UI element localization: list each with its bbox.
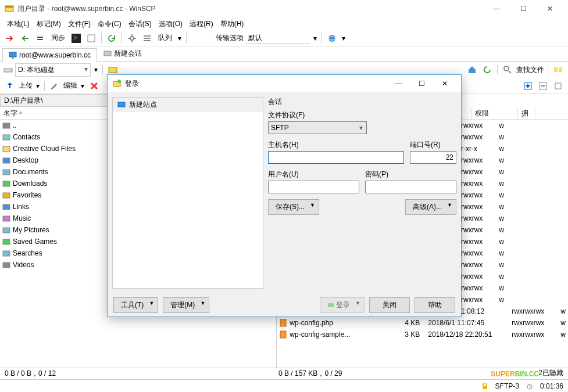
tools-button[interactable]: 工具(T) [113,297,158,313]
queue-icon[interactable] [141,32,153,45]
svg-rect-11 [9,52,16,57]
find-icon[interactable] [501,63,514,76]
svg-point-42 [117,80,121,83]
svg-rect-32 [3,228,10,233]
folder-icon [2,203,10,211]
menu-local[interactable]: 本地(L) [5,18,32,30]
svg-point-15 [10,70,11,71]
monitor-icon [9,51,17,59]
session-group-label: 会话 [268,97,456,107]
svg-rect-35 [3,262,10,268]
svg-rect-12 [12,57,14,59]
plus-icon[interactable] [521,80,534,92]
port-input[interactable] [410,151,456,164]
new-site-item[interactable]: 新建站点 [113,98,263,112]
dialog-minimize[interactable]: — [387,75,410,92]
close-button[interactable]: ✕ [537,0,563,17]
upload-icon[interactable] [3,80,16,92]
svg-rect-4 [88,35,95,42]
refresh-remote-icon[interactable] [481,63,494,76]
menu-mark[interactable]: 标记(M) [34,18,63,30]
sync-both-icon[interactable] [34,32,47,45]
lock-icon [481,383,488,390]
maximize-button[interactable]: ☐ [510,0,537,17]
svg-point-5 [130,37,134,40]
minimize-button[interactable]: — [483,0,510,17]
pass-label: 密码(P) [365,170,456,179]
close-dialog-button[interactable]: 关闭 [369,297,410,313]
edit-icon[interactable] [48,80,61,92]
svg-rect-27 [3,170,10,175]
globe-icon[interactable] [326,32,338,45]
folder-icon [2,179,10,188]
sync-right-icon[interactable] [19,32,31,45]
table-row[interactable]: wp-config-sample...3 KB2018/12/18 22:20:… [277,329,568,340]
manage-button[interactable]: 管理(M) [163,297,209,313]
folder-icon [2,156,10,164]
delete-icon[interactable] [88,80,101,92]
help-button[interactable]: 帮助 [415,297,455,313]
upload-label[interactable]: 上传 [19,81,33,91]
find-label[interactable]: 查找文件 [516,65,544,75]
svg-rect-8 [144,40,151,41]
menu-help[interactable]: 帮助(H) [218,18,247,30]
login-button[interactable]: 登录 [320,297,365,313]
folder-icon [2,121,10,130]
svg-rect-33 [3,239,10,244]
sites-tree[interactable]: 新建站点 [112,97,263,289]
refresh-icon[interactable] [105,32,118,45]
folder-icon [2,133,10,141]
svg-rect-18 [554,67,558,72]
file-icon [279,319,287,327]
pass-input[interactable] [365,181,456,193]
svg-rect-6 [144,35,151,37]
watermark: SUPERBIN.CC [491,367,539,379]
props-icon[interactable] [552,80,565,92]
drive-combo[interactable]: D: 本地磁盘 [15,63,91,77]
tab-session[interactable]: root@www.superbin.cc [2,48,97,62]
dialog-close[interactable]: ✕ [433,75,456,92]
svg-rect-1 [5,6,13,8]
transfer-default[interactable]: 默认 [246,33,310,44]
user-input[interactable] [268,181,359,193]
terminal-icon[interactable]: > [70,32,83,45]
protocol-select[interactable]: SFTP [268,121,367,134]
svg-point-9 [328,35,335,42]
menu-session[interactable]: 会话(S) [126,18,154,30]
folder-icon [2,261,10,269]
minus-icon[interactable] [537,80,549,92]
sync-dirs-icon[interactable] [552,63,565,76]
menu-remote[interactable]: 远程(R) [187,18,216,30]
host-input[interactable] [268,151,404,164]
sync-label[interactable]: 同步 [49,33,67,43]
menu-option[interactable]: 选项(O) [156,18,185,30]
advanced-button[interactable]: 高级(A)... [405,199,456,215]
svg-rect-7 [144,38,151,39]
folder-icon [2,191,10,199]
dialog-maximize[interactable]: ☐ [410,75,433,92]
svg-rect-19 [559,67,562,72]
table-row[interactable]: wp-config.php4 KB2018/6/1 11:07:45rwxrwx… [277,317,568,329]
login-icon [327,301,334,308]
folder-icon [2,214,10,222]
col-own[interactable]: 拥 [518,107,535,119]
home-icon[interactable] [466,63,478,76]
sync-left-icon[interactable] [3,32,16,45]
menu-file[interactable]: 文件(F) [66,18,93,30]
login-dialog: 登录 — ☐ ✕ 新建站点 会话 文件协议(F) SFTP 主机名(H) [107,74,462,317]
app-icon [5,4,14,13]
queue-label[interactable]: 队列 [156,33,174,43]
port-label: 端口号(R) [410,140,456,150]
svg-rect-43 [118,102,125,107]
sync-browse-icon[interactable] [85,32,98,45]
svg-text:>: > [73,34,77,42]
menu-command[interactable]: 命令(C) [95,18,124,30]
tab-new-session[interactable]: 新建会话 [97,46,148,61]
save-button[interactable]: 保存(S)... [268,199,319,215]
svg-rect-37 [280,319,286,326]
col-perm[interactable]: 权限 [471,107,518,119]
edit-label[interactable]: 编辑 [63,81,77,91]
gear-icon[interactable] [126,32,138,45]
svg-rect-28 [3,181,10,186]
timer-icon [526,383,533,390]
